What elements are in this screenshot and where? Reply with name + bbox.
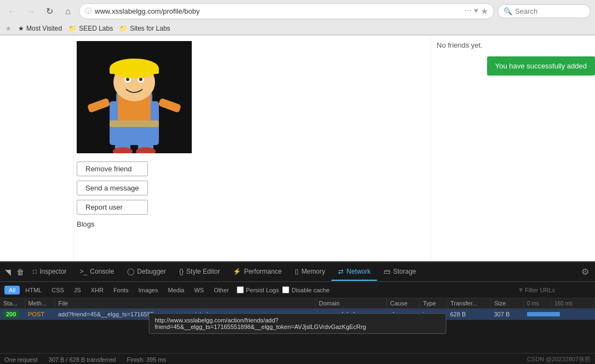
cell-transfer: 628 B: [447, 309, 491, 320]
memory-tab-icon: ▯: [295, 268, 299, 275]
search-icon: 🔍: [504, 7, 512, 15]
performance-tab-label: Performance: [244, 268, 282, 275]
filter-urls-input[interactable]: [525, 287, 591, 293]
status-transferred: 307 B / 628 B transferred: [49, 356, 116, 363]
filter-fonts[interactable]: Fonts: [109, 286, 133, 294]
blogs-label: Blogs: [74, 217, 194, 231]
bob-builder-image: [77, 41, 192, 153]
status-requests: One request: [4, 356, 38, 363]
console-tab-icon: >_: [80, 268, 88, 275]
tab-console[interactable]: >_ Console: [73, 263, 121, 281]
bookmark-label-2: SEED Labs: [79, 25, 113, 32]
col-size: Size: [491, 298, 524, 309]
col-cause: Cause: [387, 298, 420, 309]
tab-debugger[interactable]: ◯ Debugger: [121, 263, 173, 281]
persist-logs-checkbox[interactable]: Persist Logs: [237, 286, 279, 293]
devtools-inspect-button[interactable]: ◥: [3, 267, 13, 278]
bookmark-star-icon[interactable]: ★: [480, 6, 488, 16]
ellipsis-icon: ⋯: [464, 6, 472, 16]
address-text: www.xsslabelgg.com/profile/boby: [95, 7, 461, 15]
disable-cache-input[interactable]: [282, 286, 289, 293]
tab-inspector[interactable]: □ Inspector: [26, 263, 73, 281]
col-domain: Domain: [316, 298, 387, 309]
back-button[interactable]: ←: [4, 4, 20, 19]
content-wrapper: Remove friend Send a message Report user…: [0, 36, 595, 261]
remove-friend-button[interactable]: Remove friend: [77, 161, 148, 176]
search-bar[interactable]: 🔍: [497, 4, 591, 18]
tab-performance[interactable]: ⚡ Performance: [226, 263, 288, 281]
style-editor-tab-icon: {}: [179, 268, 184, 275]
no-friends-text: No friends yet.: [437, 41, 590, 49]
filter-xhr[interactable]: XHR: [87, 286, 108, 294]
console-tab-label: Console: [90, 268, 114, 275]
devtools-tabs-bar: ◥ 🗑 □ Inspector >_ Console ◯ Debugger {}…: [0, 262, 595, 282]
bookmark-most-visited[interactable]: ★ Most Visited: [18, 25, 62, 32]
persist-logs-label: Persist Logs: [246, 287, 279, 293]
cell-waterfall: [524, 309, 595, 320]
bookmark-sites-for-labs[interactable]: 📁 Sites for Labs: [119, 25, 170, 32]
tab-storage[interactable]: 🗃 Storage: [377, 263, 422, 281]
persist-logs-input[interactable]: [237, 286, 244, 293]
report-user-button[interactable]: Report user: [77, 200, 148, 215]
tab-style-editor[interactable]: {} Style Editor: [173, 263, 226, 281]
tab-network[interactable]: ⇄ Network: [331, 263, 377, 281]
filter-media[interactable]: Media: [163, 286, 188, 294]
profile-image-container: [77, 41, 192, 153]
bookmark-label-3: Sites for Labs: [130, 25, 170, 32]
filter-css[interactable]: CSS: [47, 286, 68, 294]
svg-rect-11: [110, 67, 159, 74]
devtools-trash-button[interactable]: 🗑: [14, 267, 26, 278]
bookmark-seed-labs[interactable]: 📁 SEED Labs: [68, 25, 113, 32]
transfer-label: 628 B: [450, 311, 466, 317]
waterfall-bar: [527, 312, 560, 316]
filter-js[interactable]: JS: [70, 286, 85, 294]
network-table-area: Sta... Meth... File Domain Cause Type Tr…: [0, 298, 595, 353]
cell-method: POST: [25, 309, 55, 320]
forward-button[interactable]: →: [23, 4, 38, 19]
bookmark-star-icon-2: ★: [5, 25, 12, 32]
size-label: 307 B: [494, 311, 510, 317]
devtools-toolbar: All HTML CSS JS XHR Fonts Images Media W…: [0, 282, 595, 298]
col-transfer: Transfer...: [447, 298, 491, 309]
success-notification: You have successfully added: [487, 56, 595, 76]
table-header-row: Sta... Meth... File Domain Cause Type Tr…: [0, 298, 595, 309]
address-bar[interactable]: ⓘ www.xsslabelgg.com/profile/boby ⋯ ♥ ★: [79, 3, 494, 19]
style-editor-tab-label: Style Editor: [186, 268, 220, 275]
svg-rect-14: [110, 120, 159, 127]
disable-cache-checkbox[interactable]: Disable cache: [282, 286, 329, 293]
most-visited-icon: ★: [18, 25, 24, 32]
tab-memory[interactable]: ▯ Memory: [288, 263, 331, 281]
profile-buttons: Remove friend Send a message Report user: [74, 156, 194, 217]
filter-urls-box[interactable]: ▿: [519, 286, 591, 293]
devtools-settings-button[interactable]: ⚙: [578, 267, 592, 277]
network-tab-icon: ⇄: [338, 268, 344, 275]
file-label: add?friend=45&__elgg_ts=1716555...: [58, 311, 159, 317]
filter-ws[interactable]: WS: [190, 286, 208, 294]
refresh-button[interactable]: ↻: [42, 4, 57, 19]
send-message-button[interactable]: Send a message: [77, 181, 148, 195]
method-label: POST: [28, 311, 44, 317]
filter-other[interactable]: Other: [209, 286, 233, 294]
disable-cache-label: Disable cache: [291, 287, 329, 293]
left-panel: [0, 36, 74, 261]
col-timing-0: 0 ms: [524, 298, 551, 309]
pocket-icon: ♥: [474, 6, 478, 16]
nav-bar: ← → ↻ ⌂ ⓘ www.xsslabelgg.com/profile/bob…: [0, 0, 595, 22]
browser-chrome: ← → ↻ ⌂ ⓘ www.xsslabelgg.com/profile/bob…: [0, 0, 595, 36]
devtools-panel: ◥ 🗑 □ Inspector >_ Console ◯ Debugger {}…: [0, 261, 595, 364]
devtools-status-bar: One request 307 B / 628 B transferred Fi…: [0, 353, 595, 364]
home-button[interactable]: ⌂: [60, 4, 76, 19]
col-type: Type: [420, 298, 447, 309]
profile-section: Remove friend Send a message Report user…: [74, 36, 194, 261]
waterfall-bar-container: [527, 310, 592, 318]
devtools-left-icons: ◥ 🗑: [3, 267, 26, 278]
filter-all[interactable]: All: [4, 286, 20, 294]
col-timing-160: 160 ms: [551, 298, 595, 309]
filter-html[interactable]: HTML: [21, 286, 46, 294]
filter-icon: ▿: [519, 286, 523, 293]
col-file: File: [55, 298, 316, 309]
filter-images[interactable]: Images: [134, 286, 162, 294]
search-input[interactable]: [515, 7, 585, 15]
url-tooltip: http://www.xsslabelgg.com/action/friends…: [149, 313, 447, 334]
debugger-tab-icon: ◯: [127, 268, 134, 275]
